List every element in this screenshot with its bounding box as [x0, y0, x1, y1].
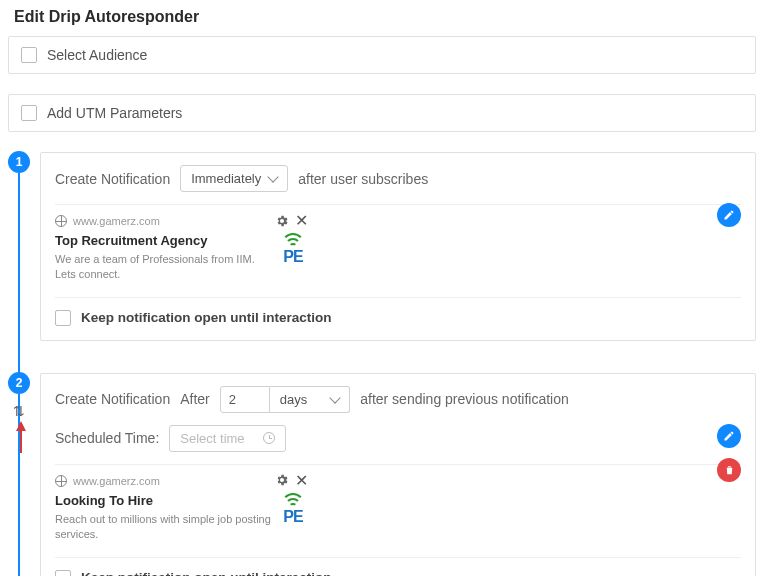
brand-badge: PE [275, 493, 311, 525]
delay-unit-select[interactable]: days [270, 386, 350, 413]
step-badge: 2 [8, 372, 30, 394]
keep-open-row: Keep notification open until interaction [55, 557, 741, 576]
gear-icon[interactable] [275, 214, 289, 228]
utm-checkbox[interactable] [21, 105, 37, 121]
keep-open-checkbox[interactable] [55, 570, 71, 576]
select-audience-checkbox[interactable] [21, 47, 37, 63]
timing-after-text: after user subscribes [298, 171, 428, 187]
swap-icon[interactable]: ⇅ [13, 403, 25, 419]
scheduled-time-label: Scheduled Time: [55, 430, 159, 446]
preview-body: Reach out to millions with simple job po… [55, 512, 275, 543]
globe-icon [55, 475, 67, 487]
keep-open-checkbox[interactable] [55, 310, 71, 326]
keep-open-row: Keep notification open until interaction [55, 297, 741, 326]
create-notification-label: Create Notification [55, 171, 170, 187]
page-title: Edit Drip Autoresponder [0, 0, 764, 36]
time-placeholder: Select time [180, 431, 244, 446]
notification-preview: www.gamerz.com Top Recruitment Agency We… [55, 204, 741, 297]
keep-open-label: Keep notification open until interaction [81, 310, 332, 325]
chevron-down-icon [330, 392, 341, 403]
gear-icon[interactable] [275, 473, 289, 487]
step-2: 2 ⇅ Create Notification After 2 days aft… [8, 373, 756, 576]
time-select[interactable]: Select time [169, 425, 285, 452]
utm-panel[interactable]: Add UTM Parameters [8, 94, 756, 132]
select-audience-label: Select Audience [47, 47, 147, 63]
after-word: After [180, 391, 210, 407]
preview-domain: www.gamerz.com [73, 215, 160, 227]
step-card: Create Notification After 2 days after s… [40, 373, 756, 576]
edit-button[interactable] [717, 424, 741, 448]
delete-button[interactable] [717, 458, 741, 482]
preview-body: We are a team of Professionals from IIM.… [55, 252, 275, 283]
brand-badge: PE [275, 233, 311, 265]
timing-select-value: Immediately [191, 171, 261, 186]
create-notification-label: Create Notification [55, 391, 170, 407]
delay-unit-value: days [280, 392, 307, 407]
utm-label: Add UTM Parameters [47, 105, 182, 121]
edit-button[interactable] [717, 203, 741, 227]
arrow-up-icon [16, 421, 26, 457]
preview-domain: www.gamerz.com [73, 475, 160, 487]
delay-input[interactable]: 2 [220, 386, 270, 413]
timing-select[interactable]: Immediately [180, 165, 288, 192]
keep-open-label: Keep notification open until interaction [81, 570, 332, 576]
close-icon[interactable]: ✕ [295, 471, 308, 490]
step-badge: 1 [8, 151, 30, 173]
select-audience-panel[interactable]: Select Audience [8, 36, 756, 74]
preview-title: Top Recruitment Agency [55, 233, 275, 248]
close-icon[interactable]: ✕ [295, 211, 308, 230]
timing-after-text: after sending previous notification [360, 391, 569, 407]
notification-preview: www.gamerz.com Looking To Hire Reach out… [55, 464, 741, 557]
step-connector [18, 173, 20, 381]
chevron-down-icon [268, 171, 279, 182]
clock-icon [263, 432, 275, 444]
step-1: 1 Create Notification Immediately after … [8, 152, 756, 341]
preview-title: Looking To Hire [55, 493, 275, 508]
globe-icon [55, 215, 67, 227]
step-card: Create Notification Immediately after us… [40, 152, 756, 341]
